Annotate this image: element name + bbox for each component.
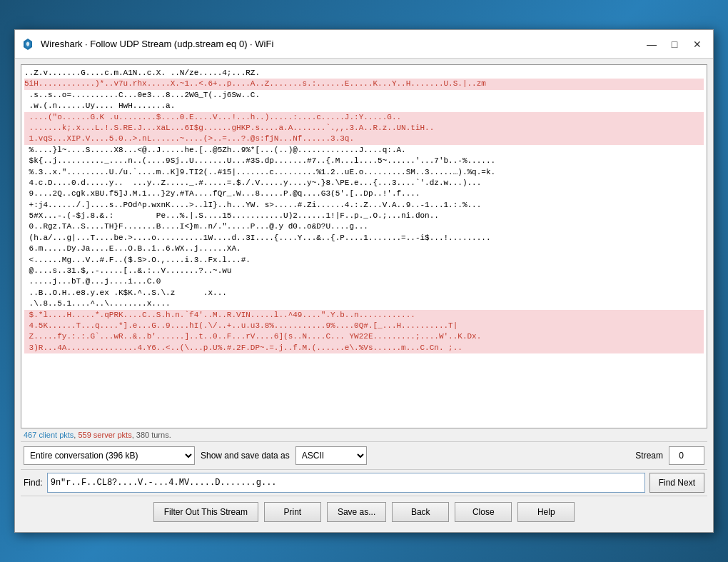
window-title: Wireshark · Follow UDP Stream (udp.strea… xyxy=(41,39,642,49)
find-next-button[interactable]: Find Next xyxy=(649,473,704,493)
stream-line: $k{..j.........._....n..(....9Sj..U.....… xyxy=(24,156,704,166)
stream-line: (h.a/...g|...T....be.>....o..........1W.… xyxy=(24,233,704,244)
find-input[interactable] xyxy=(47,473,645,493)
stream-line: 4.c.D....0.d.....y.. ...y..Z....._.#....… xyxy=(24,178,704,189)
stream-line: 6.m.....Dy.Ja....E...O.B..i..6.WX..j....… xyxy=(24,244,704,254)
stream-line: .......k;.x...L.!.S.RE.J...xaL...6I$g...… xyxy=(24,123,704,134)
stream-line: 5iH............)*..v7u.rhx.....X.~1..<.6… xyxy=(24,79,704,89)
stream-line: 4.5K......T...q....*].e...G..9....hI(.\/… xyxy=(24,321,704,331)
minimize-button[interactable]: — xyxy=(642,36,662,53)
show-save-label: Show and save data as xyxy=(201,451,290,461)
stream-spinner xyxy=(669,446,704,465)
stream-line: .s..s..o=..........C...0e3...8...2WG_T(.… xyxy=(24,90,704,101)
stream-line: <......Mg...V..#.F..($.S>.O.,....i.3..Fx… xyxy=(24,255,704,266)
client-stats: 467 client pkts, 559 server pkts, 380 tu… xyxy=(24,431,171,439)
save-as-button[interactable]: Save as... xyxy=(327,502,386,522)
stream-line: +:j4....../.]....s..POd^p.wxnK....>..lI}… xyxy=(24,200,704,211)
stream-line: 9....2Q..cgk.xBU.f5]J.M.1...}2y.#TA....f… xyxy=(24,189,704,199)
encoding-dropdown[interactable]: ASCIIHex DumpC ArraysRawUTF-8 xyxy=(295,446,367,465)
stream-line: ..Z.v.......G....c.m.A1N..c.X. ..N/ze...… xyxy=(24,68,704,79)
window-controls: — □ ✕ xyxy=(642,36,707,53)
buttons-row: Filter Out This Stream Print Save as... … xyxy=(21,496,707,526)
conversation-dropdown[interactable]: Entire conversation (396 kB)Client traff… xyxy=(24,446,195,465)
print-button[interactable]: Print xyxy=(264,502,321,522)
wireshark-icon xyxy=(21,37,35,51)
stream-line: $.*l....H.....*.qPRK....C..S.h.n.`f4'..M… xyxy=(24,310,704,321)
stream-line: @....s..31.$,.-.....[..&.:..V.......?..~… xyxy=(24,266,704,276)
close-button[interactable]: Close xyxy=(455,502,512,522)
stream-label: Stream xyxy=(635,451,663,461)
stream-line: Z.....fy.:.:.G`...wR..&..b'......]..t..0… xyxy=(24,331,704,342)
stream-line: 5#X...-.(-$j.8.&.: Pe...%.|.S....15.....… xyxy=(24,211,704,221)
content-area: ..Z.v.......G....c.m.A1N..c.X. ..N/ze...… xyxy=(15,59,713,532)
close-window-button[interactable]: ✕ xyxy=(687,36,707,53)
help-button[interactable]: Help xyxy=(517,502,575,522)
main-window: Wireshark · Follow UDP Stream (udp.strea… xyxy=(14,29,714,533)
maximize-button[interactable]: □ xyxy=(664,36,684,53)
filter-out-button[interactable]: Filter Out This Stream xyxy=(153,502,258,522)
stream-line: %.3..x.".........U./u.`....m..K]9.TI2(..… xyxy=(24,167,704,178)
stream-line: 0..Rgz.TA..S....TH}F.......B....I<}m..n/… xyxy=(24,221,704,232)
stream-line: ....("o......G.K .u........$....0.E....V… xyxy=(24,112,704,123)
stats-bar: 467 client pkts, 559 server pkts, 380 tu… xyxy=(21,428,707,442)
find-row: Find: Find Next xyxy=(21,470,707,496)
stream-line: %....}l~....S.....X8...<@..J.....he.[..@… xyxy=(24,145,704,156)
find-label: Find: xyxy=(24,478,43,488)
stream-line: .w.(.n......Uy.... HwH.......a. xyxy=(24,101,704,111)
titlebar: Wireshark · Follow UDP Stream (udp.strea… xyxy=(15,30,713,59)
stream-line: .....j...bT.@...j....i...C.0 xyxy=(24,276,704,287)
stream-line: .\.8..5.1....^..\........x.... xyxy=(24,298,704,309)
stream-line: ..B..O.H..e8.y.ex .K$K.^..S.\.z .x... xyxy=(24,288,704,298)
stream-line: 1.vqS...XIP.V....5.0..>.nL......~....(>.… xyxy=(24,134,704,144)
stream-display[interactable]: ..Z.v.......G....c.m.A1N..c.X. ..N/ze...… xyxy=(21,64,707,428)
stream-input[interactable] xyxy=(669,446,704,465)
back-button[interactable]: Back xyxy=(392,502,449,522)
stream-line: 3)R...4A...............4.Y6..<..(\...p.U… xyxy=(24,343,704,353)
controls-row: Entire conversation (396 kB)Client traff… xyxy=(21,442,707,470)
